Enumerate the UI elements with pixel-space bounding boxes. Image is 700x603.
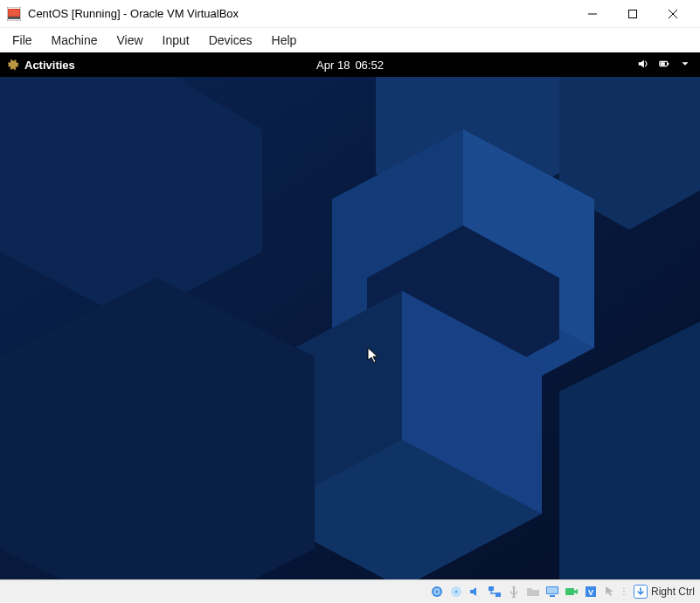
svg-rect-34 xyxy=(565,588,574,595)
close-button[interactable] xyxy=(653,0,693,28)
svg-point-26 xyxy=(435,590,438,593)
recording-icon[interactable] xyxy=(564,584,579,600)
activities-label: Activities xyxy=(24,59,75,72)
shared-folder-icon[interactable] xyxy=(525,584,541,600)
svg-point-28 xyxy=(454,590,457,593)
hostkey-label: Right Ctrl xyxy=(651,586,695,598)
gnome-system-menu[interactable] xyxy=(637,58,695,73)
menu-input[interactable]: Input xyxy=(154,30,198,51)
chevron-down-icon xyxy=(679,58,691,73)
hostkey-indicator[interactable]: Right Ctrl xyxy=(634,585,695,599)
hard-disk-icon[interactable] xyxy=(429,584,445,600)
display-icon[interactable] xyxy=(544,584,560,600)
window-title: CentOS [Running] - Oracle VM VirtualBox xyxy=(28,7,239,20)
clock-date: Apr 18 xyxy=(316,59,350,72)
menu-devices[interactable]: Devices xyxy=(200,30,261,51)
hostkey-arrow-icon xyxy=(634,585,648,599)
activities-button[interactable]: Activities xyxy=(5,59,75,72)
audio-icon[interactable] xyxy=(468,584,483,600)
gnome-clock[interactable]: Apr 18 06:52 xyxy=(316,59,384,72)
cog-icon xyxy=(7,59,19,71)
optical-drive-icon[interactable] xyxy=(448,584,464,600)
vbox-statusbar: V ⋮ Right Ctrl xyxy=(0,579,700,602)
network-icon[interactable] xyxy=(487,584,502,600)
vbox-status-icons: V ⋮ Right Ctrl xyxy=(429,584,695,600)
mouse-integration-icon[interactable] xyxy=(602,584,618,600)
svg-rect-2 xyxy=(9,10,19,16)
cpu-icon[interactable]: V xyxy=(583,584,599,600)
usb-icon[interactable] xyxy=(506,584,522,600)
gnome-top-bar: Activities Apr 18 06:52 xyxy=(0,52,700,77)
volume-icon xyxy=(637,58,649,73)
maximize-button[interactable] xyxy=(613,0,653,28)
svg-rect-9 xyxy=(661,62,665,66)
menu-help[interactable]: Help xyxy=(263,30,306,51)
svg-rect-3 xyxy=(8,17,20,19)
host-menubar: File Machine View Input Devices Help xyxy=(0,28,700,52)
svg-text:V: V xyxy=(588,588,593,597)
virtualbox-icon xyxy=(7,7,21,21)
menu-view[interactable]: View xyxy=(107,30,151,51)
gnome-desktop[interactable] xyxy=(0,77,700,579)
svg-rect-32 xyxy=(547,587,558,593)
svg-rect-29 xyxy=(489,586,494,591)
menu-machine[interactable]: Machine xyxy=(43,30,107,51)
svg-rect-5 xyxy=(629,10,637,17)
battery-icon xyxy=(658,58,670,73)
clock-time: 06:52 xyxy=(355,59,384,72)
menu-file[interactable]: File xyxy=(3,30,41,51)
window-controls xyxy=(572,0,693,28)
svg-rect-10 xyxy=(668,62,669,65)
desktop-wallpaper xyxy=(0,77,700,579)
status-separator: ⋮ xyxy=(621,585,627,599)
svg-rect-33 xyxy=(550,595,555,597)
host-titlebar: CentOS [Running] - Oracle VM VirtualBox xyxy=(0,0,700,28)
minimize-button[interactable] xyxy=(572,0,613,28)
